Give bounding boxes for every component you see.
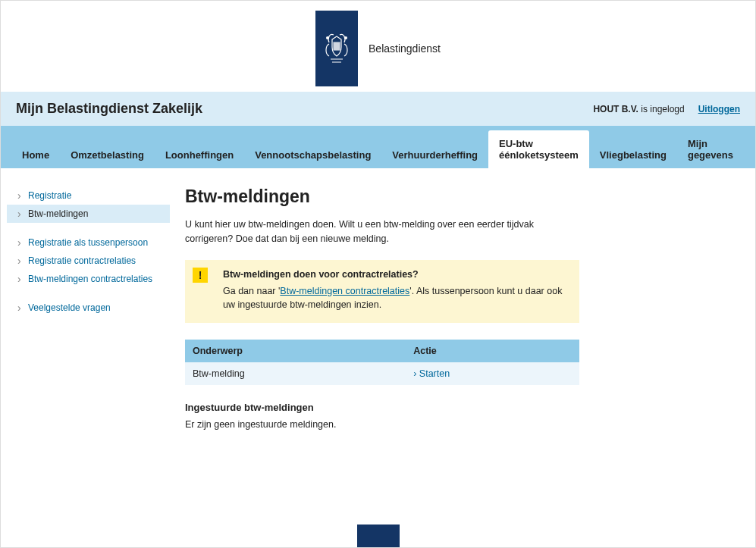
logout-link[interactable]: Uitloggen — [698, 104, 740, 114]
content-intro: U kunt hier uw btw-meldingen doen. Wilt … — [185, 218, 579, 246]
action-starten-link[interactable]: Starten — [413, 368, 450, 379]
sent-heading: Ingestuurde btw-meldingen — [185, 402, 579, 413]
alert-body: Ga dan naar 'Btw-meldingen contractrelat… — [223, 284, 567, 313]
login-info: HOUT B.V. is ingelogd Uitloggen — [593, 104, 740, 114]
alert-box: ! Btw-meldingen doen voor contractrelati… — [185, 260, 579, 324]
svg-rect-2 — [334, 42, 340, 50]
sent-empty-text: Er zijn geen ingestuurde meldingen. — [185, 419, 579, 430]
sidebar-group-2: Registratie als tussenpersoon Registrati… — [7, 233, 170, 288]
nav-tab-vennootschapsbelasting[interactable]: Vennootschapsbelasting — [244, 142, 381, 168]
table-row: Btw-melding Starten — [185, 362, 579, 385]
nav-tab-mijn-gegevens[interactable]: Mijn gegevens — [677, 130, 745, 168]
sidebar-item-registratie[interactable]: Registratie — [7, 186, 170, 205]
nav-bar: Home Omzetbelasting Loonheffingen Vennoo… — [1, 126, 755, 168]
sidebar-item-faq[interactable]: Veelgestelde vragen — [7, 299, 170, 317]
col-actie: Actie — [406, 340, 579, 362]
col-onderwerp: Onderwerp — [185, 340, 406, 362]
sidebar-item-reg-tussenpersoon[interactable]: Registratie als tussenpersoon — [7, 233, 170, 252]
sidebar-item-reg-contractrelaties[interactable]: Registratie contractrelaties — [7, 252, 170, 270]
nav-tab-home[interactable]: Home — [11, 142, 60, 168]
actions-table: Onderwerp Actie Btw-melding Starten — [185, 340, 579, 385]
nav-tab-vliegbelasting[interactable]: Vliegbelasting — [589, 142, 677, 168]
sidebar: Registratie Btw-meldingen Registratie al… — [7, 186, 170, 430]
top-header: Belastingdienst — [1, 1, 755, 92]
nav-tab-eu-btw[interactable]: EU-btw éénloketsysteem — [488, 130, 589, 168]
brand-name: Belastingdienst — [369, 42, 441, 55]
page-app-title: Mijn Belastingdienst Zakelijk — [16, 101, 202, 117]
title-bar: Mijn Belastingdienst Zakelijk HOUT B.V. … — [1, 92, 755, 126]
nav-tab-verhuurderheffing[interactable]: Verhuurderheffing — [381, 142, 488, 168]
content-area: Btw-meldingen U kunt hier uw btw-melding… — [185, 186, 579, 430]
svg-point-1 — [344, 36, 347, 39]
nav-tab-loonheffingen[interactable]: Loonheffingen — [155, 142, 244, 168]
table-header-row: Onderwerp Actie — [185, 340, 579, 362]
logo-block: Belastingdienst — [315, 11, 441, 86]
svg-point-0 — [326, 36, 329, 39]
alert-title: Btw-meldingen doen voor contractrelaties… — [223, 269, 567, 280]
logo-crest-icon — [315, 11, 358, 86]
sidebar-item-btw-meldingen[interactable]: Btw-meldingen — [7, 205, 170, 223]
cell-onderwerp: Btw-melding — [185, 362, 406, 385]
alert-link-contractrelaties[interactable]: Btw-meldingen contractrelaties — [280, 286, 409, 296]
content-heading: Btw-meldingen — [185, 186, 579, 207]
footer-crest-block — [357, 525, 400, 547]
logged-in-suffix: is ingelogd — [638, 104, 685, 114]
nav-tab-omzetbelasting[interactable]: Omzetbelasting — [60, 142, 155, 168]
sidebar-item-btw-contractrelaties[interactable]: Btw-meldingen contractrelaties — [7, 270, 170, 288]
alert-text-prefix: Ga dan naar ' — [223, 286, 280, 296]
warning-icon: ! — [193, 268, 208, 283]
logged-in-user: HOUT B.V. — [593, 104, 638, 114]
sidebar-group-1: Registratie Btw-meldingen — [7, 186, 170, 223]
sidebar-group-3: Veelgestelde vragen — [7, 299, 170, 317]
